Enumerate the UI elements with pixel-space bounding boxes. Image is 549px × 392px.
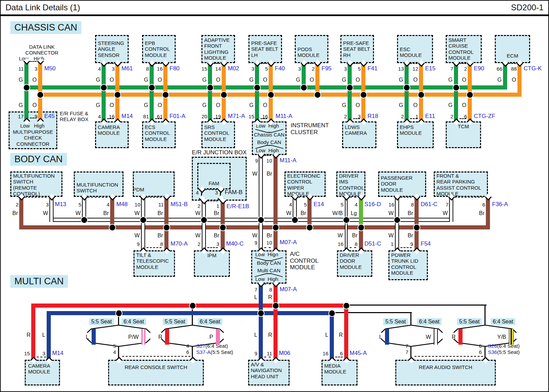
wire	[405, 63, 409, 121]
pin-number: 8	[355, 241, 358, 247]
junction-dot	[329, 310, 335, 316]
pin-number: 9	[410, 241, 413, 247]
pin-number: 7	[451, 66, 453, 72]
module-name: PODS MODULE	[297, 46, 319, 58]
wire	[31, 304, 35, 360]
wire-color-code: W/B	[332, 210, 343, 216]
pin-dash-line	[400, 197, 412, 198]
pin-dash-line	[260, 63, 267, 64]
wire-color-code: O	[310, 77, 314, 83]
wire	[509, 329, 514, 345]
junction-dot	[347, 85, 353, 91]
pin-number: 17	[18, 114, 24, 119]
diagram-text: High	[34, 123, 45, 129]
junction-dot	[109, 225, 115, 230]
bus-link-line	[192, 307, 193, 325]
pin-dash-line	[400, 247, 412, 248]
bus-link-line	[348, 305, 487, 306]
pin-number: 4	[196, 190, 199, 195]
pin-number: 4	[289, 202, 292, 207]
junction-dot	[140, 217, 146, 223]
module-name: ECS CONTROL MODULE	[145, 124, 170, 142]
connector-label: M02	[228, 65, 239, 72]
wire-color-code: O	[356, 77, 360, 83]
pin-number: 14	[215, 66, 221, 72]
wire-color-code: O	[462, 102, 466, 108]
module-name: CAMERA MODULE	[98, 124, 120, 136]
junction-dot	[163, 92, 168, 98]
wire	[517, 63, 522, 97]
junction-dot	[207, 85, 213, 91]
wire-color-code: O	[158, 77, 162, 83]
junction-dot	[414, 225, 420, 230]
pin-number: 10	[266, 158, 272, 164]
page-title: Data Link Details (1)	[5, 3, 80, 12]
connector-label: M71-A	[228, 113, 245, 120]
wire-color-code: O	[158, 102, 162, 108]
wire-color-code: G	[448, 77, 453, 83]
wire-color-code: O	[33, 77, 37, 83]
pin-number: 19	[215, 114, 221, 119]
pin-dash-line	[335, 357, 343, 357]
wire	[92, 329, 96, 345]
pin-number: 3	[35, 66, 37, 72]
module-name: DRIVER IMS CONTROL MODULE	[339, 173, 364, 197]
connector-label: CTG-K	[524, 65, 542, 72]
connector-label: E90	[474, 65, 484, 72]
wire	[344, 304, 348, 360]
pin-number: 7	[446, 202, 448, 207]
pin-number: 12	[412, 66, 418, 72]
pin-number: 16	[323, 351, 328, 356]
pin-number: 1	[217, 203, 219, 209]
wire	[141, 329, 145, 345]
connector-label: M13	[55, 201, 66, 208]
connector-label: D61-C	[421, 201, 437, 208]
module-box-rear-console-switch	[108, 360, 204, 385]
header-divider	[1, 14, 548, 16]
module-box-pdm	[133, 171, 175, 197]
wire	[24, 62, 28, 121]
pin-number: 4	[186, 343, 189, 349]
bus-link-line	[484, 305, 486, 325]
connector-label: S37-A	[196, 349, 211, 355]
connector-label: M70-A	[171, 240, 188, 247]
pin-dash-line	[147, 197, 162, 198]
pin-number: 16	[338, 241, 343, 247]
wire	[385, 329, 389, 345]
wire	[345, 197, 348, 250]
connector-label: S26	[488, 343, 497, 349]
junction-dot	[301, 85, 307, 91]
connector-label: M07-A	[280, 286, 297, 293]
pin-number: 61	[157, 114, 163, 119]
seat-config-label: 5:5 Seat	[89, 318, 114, 325]
connector-label: M14	[121, 113, 133, 120]
junction-dot	[81, 217, 87, 223]
pin-dash-line	[307, 63, 314, 64]
pin-number: 3	[344, 66, 347, 72]
junction-dot	[221, 92, 227, 98]
module-name: PRE-SAFE SEAT BELT RH	[343, 40, 370, 58]
pin-number: 66	[497, 66, 502, 72]
pin-number: 8	[411, 202, 414, 207]
seat-config-label: 5:5 Seat	[163, 318, 187, 325]
wire-color-code: G	[249, 102, 254, 108]
wire-color-code: W	[388, 210, 394, 216]
module-name: REAR AUDIO SWITCH	[395, 364, 496, 370]
connector-label: F01-A	[170, 113, 185, 120]
junction-dot	[273, 225, 279, 230]
pin-dash-line	[207, 247, 218, 248]
wire-color-code: G	[498, 77, 502, 83]
wire	[486, 197, 490, 229]
junction-dot	[307, 225, 313, 230]
pin-dash-line	[207, 201, 218, 201]
connector-label: F54	[421, 240, 431, 247]
pin-number: 9	[255, 158, 258, 164]
module-name: SMART CRUISE CONTROL MODULE	[448, 37, 474, 61]
pin-number: 5	[304, 202, 307, 207]
connector-label: R18	[367, 113, 378, 120]
pin-dash-line	[414, 356, 483, 357]
module-name: ECM	[495, 53, 530, 59]
wire-color-code: P	[209, 334, 213, 340]
diagram-element: (5:5 Seat)	[497, 349, 520, 355]
wire-color-code: R	[268, 332, 272, 338]
